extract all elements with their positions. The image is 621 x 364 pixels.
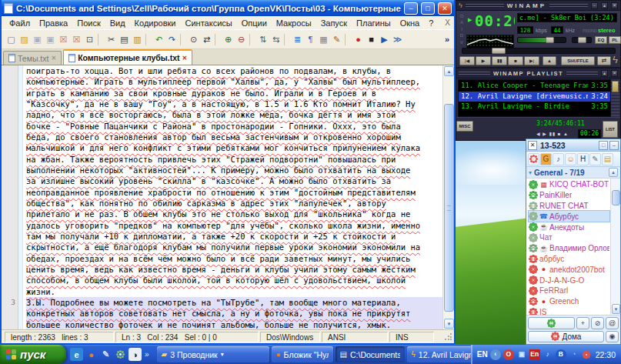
playlist-title-bar[interactable]: WINAMP PLAYLIST ▴ ✕	[456, 68, 620, 78]
icq-tray-flower-icon[interactable]	[582, 350, 590, 359]
clutterbar-letter[interactable]: V	[459, 39, 465, 45]
taskbar-window-button[interactable]: ▤ C:\Documents a...	[336, 346, 405, 362]
zoom-in-icon[interactable]: ⊕	[222, 32, 235, 47]
playlist-list[interactable]: 11. Alice Cooper - Teenage Franken... 3:…	[458, 79, 611, 117]
history-button[interactable]: H	[577, 153, 589, 165]
close-file-icon[interactable]: ☒	[57, 32, 70, 47]
contact-scrollbar-thumb[interactable]	[612, 190, 620, 205]
hidden-icons-chevron-icon[interactable]: ‹	[490, 349, 501, 360]
macro-stop-icon[interactable]: ■	[365, 32, 378, 47]
playlist-close-button[interactable]: ✕	[611, 70, 618, 77]
title-bar[interactable]: C:\Documents and Settings\Zell\Рабочий с…	[2, 0, 454, 16]
paste-icon[interactable]: ▥	[131, 32, 144, 47]
time-display[interactable]: 00:26	[475, 12, 515, 31]
next-button[interactable]: ▶|	[524, 56, 539, 65]
editor-text-line[interactable]: прилетало и не раз. В обшем клубы это не…	[26, 209, 442, 219]
tray-display-icon[interactable]: ▣	[516, 349, 527, 360]
scroll-down-icon[interactable]: ▾	[444, 319, 454, 329]
smileys-button[interactable]: ☺	[565, 153, 576, 165]
editor-text-line[interactable]: общества", как понятно по обилию сарказм…	[26, 198, 442, 209]
seek-bar[interactable]	[462, 48, 616, 54]
playlist-shade-button[interactable]: ▴	[601, 70, 608, 77]
taskbar-window-button[interactable]: ▰ 3 Проводник ▾	[157, 346, 269, 362]
contact-row[interactable]: ☎ Абурбус	[529, 211, 609, 222]
icq-minimize-button[interactable]: –	[609, 141, 619, 150]
print-icon[interactable]: ⊡	[83, 32, 96, 47]
undo-icon[interactable]: ↶	[152, 32, 165, 47]
tray-bluetooth-icon[interactable]: B	[556, 349, 566, 360]
repeat-button[interactable]: ⇄	[597, 56, 611, 65]
play-button[interactable]: ▶	[476, 56, 491, 65]
menu-item[interactable]: Запуск	[316, 18, 352, 28]
word-wrap-icon[interactable]: ≣	[291, 32, 304, 47]
copy-icon[interactable]: ▤	[118, 32, 131, 47]
save-icon[interactable]: ▣	[31, 32, 44, 47]
editor-text-line[interactable]: беда, до своего становления автор был ве…	[26, 132, 442, 142]
show-symbols-icon[interactable]: ¶	[304, 32, 317, 47]
tray-lang-en-icon[interactable]: En	[529, 349, 540, 360]
menu-close-icon[interactable]: X	[438, 18, 457, 27]
contact-row[interactable]: ● anekdot2007bot	[529, 264, 609, 275]
editor-text-line[interactable]: способом, в общем клубы были школой, той…	[26, 275, 442, 286]
contact-row[interactable]: ▦ KICQ CHAT-BOT	[529, 179, 609, 190]
new-file-icon[interactable]: ▢	[5, 32, 18, 47]
indent-guide-icon[interactable]: ▦	[317, 32, 330, 47]
roster-toggle-button[interactable]: □	[599, 141, 608, 150]
contact-row[interactable]: RUNET CHAT	[529, 201, 609, 212]
menu-item[interactable]: Вид	[105, 18, 130, 28]
taskbar-window-button[interactable]: ϟ 12. Avril Lavigne...	[407, 346, 471, 362]
close-all-icon[interactable]: ☒	[70, 32, 83, 47]
editor-text-line[interactable]: обедах, проездах и на всём чём можно был…	[26, 253, 442, 264]
playlist-scrollbar-thumb[interactable]	[612, 81, 619, 92]
contact-list-scrollbar[interactable]: ▾	[610, 179, 620, 315]
text-content[interactable]: поиграть-то хоцца. Вот и шли ребята со в…	[23, 65, 442, 329]
eject-button[interactable]: ▲	[543, 56, 556, 65]
clutterbar-letter[interactable]: I	[459, 26, 465, 32]
start-button[interactable]: пуск	[0, 345, 66, 364]
user-lang-icon[interactable]: ✎	[330, 32, 343, 47]
menu-item[interactable]: Плагины	[352, 18, 396, 28]
contact-row[interactable]: FeRRarl	[529, 286, 609, 296]
quick-launch-feather-icon[interactable]: ✎	[99, 348, 112, 361]
find-icon[interactable]: ⊙	[187, 32, 200, 47]
editor-text-line[interactable]: бочке - "Ровные Пацанчики с Района" в пр…	[26, 121, 442, 132]
cut-icon[interactable]: ✂	[105, 32, 118, 47]
status-wide-button[interactable]	[528, 317, 575, 329]
editor-text-line[interactable]: ценить время, ведь как известно время - …	[26, 264, 442, 275]
playlist-row[interactable]: 13. Avril Lavigne - Birdie 3:35	[459, 102, 610, 112]
playlist-row[interactable]: 12. Avril Lavigne [drivemusic.me] - S...…	[459, 92, 610, 102]
tab-close-icon[interactable]: ✕	[182, 55, 188, 62]
add-contact-button[interactable]: +	[576, 317, 589, 329]
contact-row[interactable]: абрбус	[529, 254, 609, 265]
open-file-icon[interactable]: ▨	[18, 32, 31, 47]
editor-text-line[interactable]: "Казсочку", да не в вашу "Гоу", а в наст…	[26, 99, 442, 109]
editor-text-line[interactable]: неоправданное проявление храбрости по от…	[26, 187, 442, 198]
mini-transport[interactable]: ◀ ▶ ▮▮ ■ ▲	[536, 131, 569, 136]
visualizer[interactable]	[466, 35, 514, 48]
playlist-row[interactable]: 11. Alice Cooper - Teenage Franken... 3:…	[459, 81, 610, 92]
quick-launch-firefox-icon[interactable]: ●	[85, 348, 98, 361]
editor-tab[interactable]: Темы.txt ✕	[3, 51, 62, 65]
close-button[interactable]: ✕	[438, 2, 452, 15]
editor-text-line[interactable]: большее количество фоточек и не починят …	[26, 319, 442, 329]
quick-launch-icq-icon[interactable]	[114, 348, 127, 361]
sounds-button[interactable]: ♪	[553, 153, 564, 165]
quick-launch-ie-icon[interactable]: e	[70, 348, 83, 361]
scrollbar-thumb[interactable]	[444, 104, 454, 312]
menu-item[interactable]: Поиск	[72, 18, 105, 28]
editor-text-line[interactable]: компьютерные. Играть в мультиплеер перво…	[26, 76, 442, 87]
editor-text-line[interactable]: поиграть-то хоцца. Вот и шли ребята со в…	[26, 65, 442, 76]
editor-text-line[interactable]: там мы получали +10 к дипломатии, а такж…	[26, 231, 442, 242]
pl-button[interactable]: PL	[609, 36, 621, 44]
resize-grip[interactable]	[443, 332, 452, 342]
group-collapse-icon[interactable]: ▾	[529, 169, 532, 176]
mail-button[interactable]: @	[606, 317, 619, 329]
playlist-misc-button[interactable]: MISC	[456, 121, 473, 132]
tab-close-icon[interactable]: ✕	[51, 55, 56, 62]
editor-scrollbar[interactable]: ▴ ▾	[442, 65, 454, 329]
previous-button[interactable]: |◀	[459, 56, 475, 65]
redo-icon[interactable]: ↷	[165, 32, 179, 47]
clutterbar-letter[interactable]: A	[459, 19, 465, 25]
seek-thumb[interactable]	[492, 48, 506, 54]
notes-button[interactable]: ▤	[602, 153, 613, 165]
